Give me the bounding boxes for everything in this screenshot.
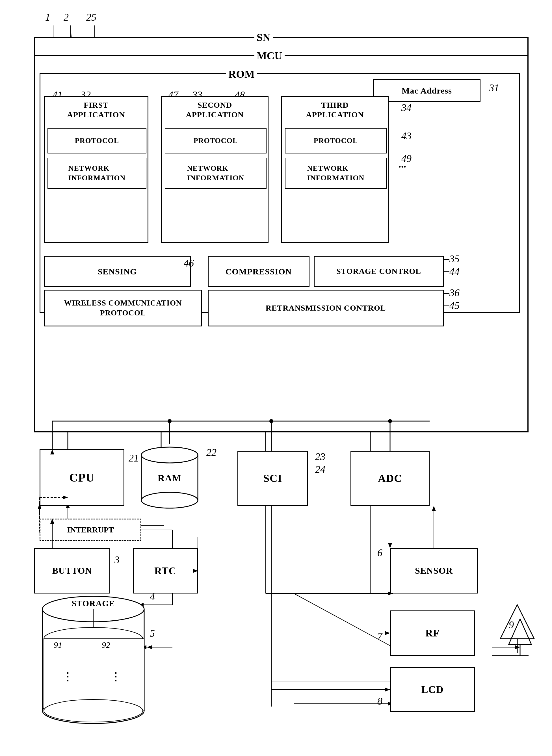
mac-arrow — [480, 85, 503, 93]
second-netinfo-box: NETWORKINFORMATION — [165, 158, 267, 189]
cpu-box: CPU — [39, 449, 124, 506]
compression-box: COMPRESSION — [208, 256, 309, 287]
ref-91: 91 — [54, 640, 62, 650]
svg-marker-93 — [147, 645, 152, 649]
ref-9: 9 — [509, 619, 514, 631]
svg-marker-80 — [500, 605, 534, 639]
sensing-box: SENSING — [44, 256, 191, 287]
ref-43: 43 — [401, 130, 412, 142]
sci-label: SCI — [263, 471, 282, 485]
rtc-box: RTC — [133, 548, 198, 594]
lcd-label: LCD — [421, 683, 443, 696]
ref-36: 36 — [449, 287, 459, 299]
third-netinfo-label: NETWORKINFORMATION — [307, 164, 365, 183]
ref-44: 44 — [449, 266, 459, 278]
third-netinfo-box: NETWORKINFORMATION — [285, 158, 387, 189]
storage-dots-left: ⋮ — [62, 670, 74, 683]
ref-3: 3 — [115, 554, 120, 566]
mac-address-box: Mac Address — [373, 79, 480, 102]
ref-25: 25 — [86, 11, 96, 23]
ref-23: 23 — [315, 451, 325, 463]
svg-point-38 — [141, 447, 198, 463]
mac-address-label: Mac Address — [402, 85, 452, 96]
storage-container: STORAGE 91 92 ⋮ ⋮ — [39, 594, 147, 729]
svg-point-79 — [44, 700, 143, 722]
ref-46: 46 — [184, 257, 194, 269]
wireless-comm-label: WIRELESS COMMUNICATIONPROTOCOL — [64, 298, 182, 318]
storage-label: STORAGE — [72, 599, 115, 608]
rom-label: ROM — [226, 68, 257, 80]
ram-label: RAM — [158, 473, 181, 483]
ref-35: 35 — [449, 253, 459, 265]
retransmission-box: RETRANSMISSION CONTROL — [208, 290, 444, 326]
sensing-label: SENSING — [98, 266, 137, 277]
mcu-label: MCU — [254, 49, 285, 62]
third-protocol-label: PROTOCOL — [314, 136, 358, 146]
cpu-label: CPU — [69, 470, 95, 485]
ref-34: 34 — [401, 102, 412, 114]
retransmission-label: RETRANSMISSION CONTROL — [266, 303, 386, 313]
ref-92: 92 — [102, 640, 110, 650]
sensor-label: SENSOR — [415, 565, 453, 577]
wireless-comm-box: WIRELESS COMMUNICATIONPROTOCOL — [44, 290, 202, 326]
ref-22: 22 — [206, 447, 217, 458]
ref-49: 49 — [401, 153, 412, 164]
storage-control-box: STORAGE CONTROL — [314, 256, 444, 287]
ram-container: RAM — [138, 444, 201, 511]
first-app-outer: FIRSTAPPLICATION PROTOCOL NETWORKINFORMA… — [44, 96, 148, 243]
ref-45: 45 — [449, 300, 459, 311]
first-netinfo-box: NETWORKINFORMATION — [47, 158, 146, 189]
second-app-outer: SECONDAPPLICATION PROTOCOL NETWORKINFORM… — [161, 96, 269, 243]
lcd-box: LCD — [390, 667, 475, 712]
ref-24: 24 — [315, 463, 325, 475]
svg-marker-89 — [385, 631, 390, 635]
rtc-label: RTC — [154, 564, 176, 578]
svg-marker-91 — [385, 688, 390, 692]
ref-8: 8 — [377, 695, 382, 707]
button-label: BUTTON — [52, 565, 92, 577]
first-protocol-label: PROTOCOL — [75, 136, 119, 146]
second-app-label: SECONDAPPLICATION — [163, 100, 266, 119]
sensor-box: SENSOR — [390, 548, 478, 594]
ref-2: 2 — [63, 11, 69, 23]
first-netinfo-label: NETWORKINFORMATION — [68, 164, 126, 183]
first-app-label: FIRSTAPPLICATION — [46, 100, 146, 119]
third-app-label: THIRDAPPLICATION — [283, 100, 386, 119]
sci-box: SCI — [238, 451, 308, 506]
third-app-outer: THIRDAPPLICATION PROTOCOL NETWORKINFORMA… — [281, 96, 389, 243]
second-netinfo-label: NETWORKINFORMATION — [187, 164, 245, 183]
storage-dots-right: ⋮ — [110, 670, 122, 683]
interrupt-box: INTERRUPT — [39, 518, 141, 541]
storage-control-label: STORAGE CONTROL — [336, 266, 421, 276]
interrupt-label: INTERRUPT — [67, 525, 114, 535]
rf-box: RF — [390, 610, 475, 656]
storage-cylinder-svg — [39, 594, 147, 729]
ref-5: 5 — [150, 627, 155, 639]
first-protocol-box: PROTOCOL — [47, 128, 146, 153]
sn-label: SN — [254, 31, 273, 43]
ref-21: 21 — [129, 452, 139, 464]
button-box: BUTTON — [34, 548, 110, 594]
ref-7: 7 — [377, 630, 382, 642]
svg-marker-60 — [388, 543, 392, 548]
ref-1: 1 — [45, 11, 50, 23]
compression-label: COMPRESSION — [226, 266, 292, 277]
antenna-svg — [498, 602, 537, 658]
ref-4: 4 — [150, 591, 155, 603]
adc-label: ADC — [378, 471, 402, 485]
ref-6: 6 — [377, 547, 382, 559]
svg-marker-83 — [432, 506, 436, 511]
svg-point-39 — [141, 492, 198, 508]
second-protocol-label: PROTOCOL — [193, 136, 238, 146]
second-protocol-box: PROTOCOL — [165, 128, 267, 153]
adc-box: ADC — [351, 451, 430, 506]
antenna — [498, 602, 537, 660]
third-protocol-box: PROTOCOL — [285, 128, 387, 153]
rf-label: RF — [425, 627, 439, 640]
